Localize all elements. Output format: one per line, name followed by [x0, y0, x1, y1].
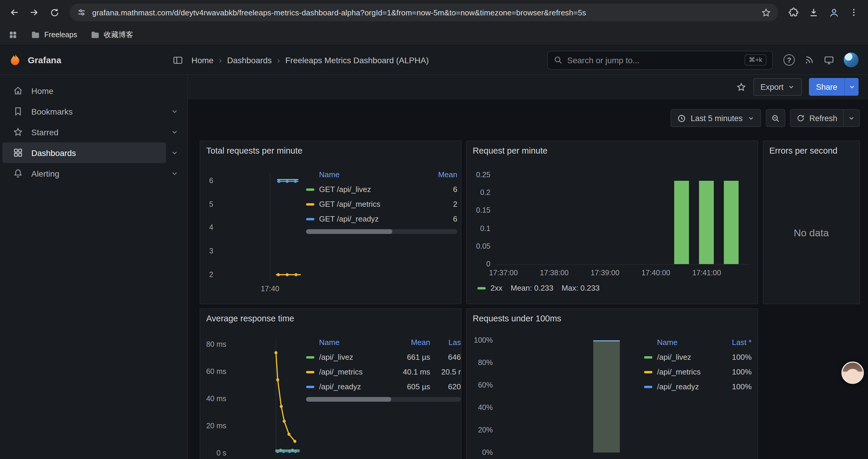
- sidebar-item-home[interactable]: Home: [0, 80, 187, 101]
- y-tick: 0 s: [203, 449, 226, 457]
- back-button[interactable]: [5, 3, 24, 22]
- legend-row[interactable]: GET /api/_livez 6: [306, 182, 457, 197]
- legend-header-mean[interactable]: Mean: [428, 170, 457, 179]
- series-color-dash: [477, 287, 486, 289]
- legend-scrollbar[interactable]: [306, 397, 461, 402]
- bookmark-folder-blogs[interactable]: 收藏博客: [90, 30, 133, 40]
- series-color-dash: [306, 371, 314, 373]
- sidebar-item-bookmarks[interactable]: Bookmarks: [0, 101, 187, 122]
- puzzle-icon: [788, 7, 799, 18]
- series-color-dash: [306, 386, 314, 388]
- y-tick: 2: [204, 270, 213, 279]
- export-button[interactable]: Export: [753, 78, 802, 96]
- bookmark-star-icon[interactable]: [761, 7, 771, 18]
- series-name: GET /api/_livez: [319, 185, 423, 194]
- panel-title[interactable]: Request per minute: [467, 141, 757, 155]
- panel-average-response-time: Average response time 80 ms 60 ms 40 ms …: [200, 308, 462, 459]
- legend-row[interactable]: /api/_livez 661 µs 646: [306, 350, 461, 364]
- profile-button[interactable]: [824, 3, 843, 22]
- folder-icon: [31, 30, 40, 40]
- bookmark-label: 收藏博客: [104, 30, 133, 40]
- url-text[interactable]: grafana.mathmast.com/d/deytv4rwavabkb/fr…: [92, 8, 755, 17]
- grafana-logo[interactable]: [8, 53, 22, 67]
- search-icon: [554, 56, 562, 64]
- dashboard-actionbar: Export Share: [188, 75, 868, 99]
- browser-menu-button[interactable]: [844, 3, 863, 22]
- legend-header-last[interactable]: Las: [435, 338, 461, 347]
- refresh-interval-caret[interactable]: [844, 109, 860, 127]
- breadcrumb-home[interactable]: Home: [191, 55, 214, 65]
- breadcrumb-dashboards[interactable]: Dashboards: [227, 55, 272, 65]
- series-mean: 661 µs: [396, 353, 430, 362]
- zoom-out-button[interactable]: [766, 109, 785, 127]
- help-icon[interactable]: ?: [783, 54, 795, 66]
- legend-row[interactable]: /api/_readyz 100%: [644, 379, 752, 394]
- chevron-down-icon[interactable]: [166, 169, 183, 177]
- series-name: /api/_livez: [657, 353, 716, 362]
- legend-header-mean[interactable]: Mean: [396, 338, 430, 347]
- time-range-picker[interactable]: Last 5 minutes: [671, 109, 761, 127]
- sidebar-item-starred[interactable]: Starred: [0, 122, 187, 142]
- chevron-down-icon[interactable]: [166, 149, 183, 157]
- legend-row[interactable]: /api/_metrics 40.1 ms 20.5 r: [306, 364, 461, 379]
- panel-title[interactable]: Total requests per minute: [200, 141, 461, 155]
- panel-title[interactable]: Average response time: [200, 309, 461, 323]
- legend-table: Name Last * /api/_livez 100% /api/_metri…: [644, 335, 752, 394]
- legend-row[interactable]: /api/_readyz 605 µs 620: [306, 379, 461, 394]
- share-label[interactable]: Share: [809, 78, 844, 96]
- series-last: 100%: [721, 367, 752, 376]
- downloads-button[interactable]: [804, 3, 823, 22]
- scrollbar-thumb[interactable]: [306, 229, 392, 234]
- share-button[interactable]: Share: [809, 78, 859, 96]
- series-color-dash: [644, 371, 652, 373]
- y-tick: 0.25: [471, 171, 490, 179]
- legend-item-2xx[interactable]: 2xx: [477, 284, 502, 292]
- panel-total-requests-per-minute: Total requests per minute 6 5 4 3 2 17:4…: [200, 140, 462, 304]
- chevron-down-icon[interactable]: [166, 128, 183, 136]
- monitor-icon[interactable]: [824, 55, 834, 65]
- search-shortcut-kbd: ⌘+k: [745, 54, 766, 66]
- panel-title[interactable]: Requests under 100ms: [467, 309, 757, 323]
- legend-header-name[interactable]: Name: [306, 338, 391, 347]
- dock-menu-toggle[interactable]: [173, 55, 183, 65]
- apps-grid-icon[interactable]: [8, 30, 18, 40]
- refresh-button[interactable]: Refresh: [790, 109, 844, 127]
- series-mean: 605 µs: [396, 382, 430, 391]
- legend-row[interactable]: /api/_livez 100%: [644, 350, 752, 364]
- kebab-menu-icon: [849, 8, 859, 17]
- favorite-star-button[interactable]: [736, 82, 746, 92]
- refresh-label: Refresh: [809, 114, 837, 123]
- share-menu-caret[interactable]: [844, 78, 859, 96]
- legend-header-name[interactable]: Name: [306, 170, 423, 179]
- legend-row[interactable]: /api/_metrics 100%: [644, 364, 752, 379]
- user-avatar[interactable]: [844, 53, 859, 67]
- sidebar-item-dashboards[interactable]: Dashboards: [0, 142, 187, 163]
- legend-row[interactable]: GET /api/_metrics 2: [306, 197, 457, 211]
- forward-button[interactable]: [25, 3, 44, 22]
- bookmark-folder-freeleaps[interactable]: Freeleaps: [31, 30, 77, 40]
- app-title: Grafana: [28, 55, 61, 65]
- extensions-button[interactable]: [784, 3, 803, 22]
- search-input[interactable]: Search or jump to... ⌘+k: [547, 51, 773, 69]
- floating-assistant-avatar[interactable]: [841, 362, 864, 384]
- series-last: 620: [435, 382, 461, 391]
- address-bar[interactable]: grafana.mathmast.com/d/deytv4rwavabkb/fr…: [70, 4, 778, 21]
- series-name: /api/_metrics: [319, 367, 391, 376]
- scrollbar-thumb[interactable]: [306, 397, 391, 402]
- legend-header-name[interactable]: Name: [644, 338, 716, 347]
- panel-title[interactable]: Errors per second: [764, 141, 859, 155]
- legend-header-last[interactable]: Last *: [721, 338, 752, 347]
- bar-chart: [467, 141, 758, 304]
- news-rss-icon[interactable]: [804, 55, 814, 65]
- site-settings-icon[interactable]: [77, 8, 86, 17]
- y-tick: 100%: [470, 336, 493, 345]
- profile-icon: [828, 7, 839, 18]
- legend-row[interactable]: GET /api/_readyz 6: [306, 211, 457, 226]
- legend-scrollbar[interactable]: [306, 229, 457, 234]
- sidebar-item-alerting[interactable]: Alerting: [0, 163, 187, 184]
- chevron-down-icon[interactable]: [166, 107, 183, 115]
- x-tick: 17:40: [572, 458, 590, 459]
- y-tick: 80%: [470, 359, 493, 367]
- reload-button[interactable]: [45, 3, 64, 22]
- sidebar-item-label: Bookmarks: [31, 107, 73, 116]
